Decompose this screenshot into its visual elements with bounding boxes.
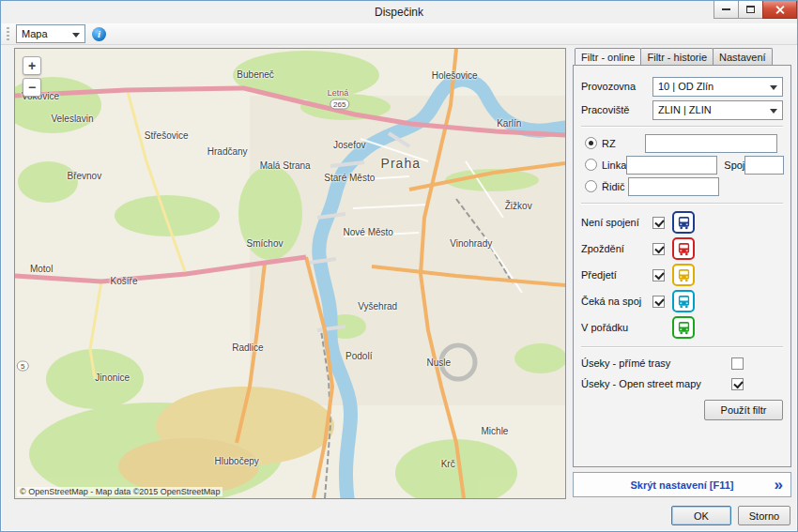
ok-button[interactable]: OK xyxy=(671,506,731,525)
status-row-predjeti: Předjetí xyxy=(581,262,783,288)
tab-nastaveni[interactable]: Nastavení xyxy=(713,48,773,65)
rz-label: RZ xyxy=(602,138,645,149)
useky-osm-checkbox[interactable] xyxy=(731,378,744,390)
predjeti-label: Předjetí xyxy=(581,269,652,281)
predjeti-checkbox[interactable] xyxy=(652,269,665,281)
linka-label: Linka xyxy=(602,160,626,171)
status-row-neni-spojeni: Není spojení xyxy=(581,209,783,236)
toolbar-grip[interactable] xyxy=(7,27,9,41)
map-zoom-control: + − xyxy=(23,56,41,97)
tab-strip: Filtr - online Filtr - historie Nastaven… xyxy=(573,48,791,65)
map[interactable]: BubenečHolešoviceVokoviceVeleslavinKarlí… xyxy=(14,48,566,499)
ridic-radio[interactable] xyxy=(585,180,597,192)
dialog-footer: OK Storno xyxy=(671,506,790,525)
neni-spojeni-checkbox[interactable] xyxy=(652,217,665,229)
filter-panel: Filtr - online Filtr - historie Nastaven… xyxy=(573,48,791,499)
separator xyxy=(581,346,783,347)
ridic-input[interactable] xyxy=(628,177,719,196)
tab-filtr-online[interactable]: Filtr - online xyxy=(575,48,641,65)
separator xyxy=(581,203,783,204)
bus-status-icon-zpozdeni xyxy=(672,237,695,260)
linka-input[interactable] xyxy=(626,156,717,175)
provozovna-label: Provozovna xyxy=(581,81,652,92)
ridic-row: Řidič xyxy=(581,175,783,197)
useky-prime-trasy-row: Úseky - přímé trasy xyxy=(581,353,783,373)
useky-prime-trasy-label: Úseky - přímé trasy xyxy=(581,357,670,369)
ceka-na-spoj-checkbox[interactable] xyxy=(652,296,665,308)
useky-prime-trasy-checkbox[interactable] xyxy=(731,357,744,370)
maximize-button[interactable] xyxy=(738,1,763,19)
apply-row: Použít filtr xyxy=(581,400,783,420)
window-controls xyxy=(714,1,797,19)
useky-osm-label: Úseky - Open street mapy xyxy=(581,378,701,389)
status-row-v-poradku: V pořádku xyxy=(581,314,783,341)
titlebar[interactable]: Dispečink xyxy=(1,1,797,23)
info-glyph: i xyxy=(98,28,100,39)
close-icon xyxy=(775,5,785,15)
bus-status-icon-predjeti xyxy=(672,264,695,286)
ridic-label: Řidič xyxy=(602,181,628,192)
ceka-na-spoj-label: Čeká na spoj xyxy=(581,296,652,307)
v-poradku-label: V pořádku xyxy=(581,322,652,333)
provozovna-value: 10 | OD Zlín xyxy=(658,81,714,92)
rz-radio[interactable] xyxy=(585,137,597,149)
tab-page-filtr-online: Provozovna 10 | OD Zlín Pracoviště ZLIN … xyxy=(573,65,791,467)
bus-status-icon-v-poradku xyxy=(672,316,695,339)
zpozdeni-checkbox[interactable] xyxy=(652,243,665,255)
toolbar: Mapa i xyxy=(1,23,797,45)
maximize-icon xyxy=(746,6,755,13)
pracoviste-combobox[interactable]: ZLIN | ZLIN xyxy=(652,100,783,120)
minimize-icon xyxy=(722,8,730,10)
separator xyxy=(581,126,783,127)
bus-status-icon-ceka-na-spoj xyxy=(672,290,695,312)
map-attribution: © OpenStreetMap - Map data ©2015 OpenStr… xyxy=(17,487,223,496)
map-type-combobox[interactable]: Mapa xyxy=(16,24,85,43)
linka-radio[interactable] xyxy=(585,159,597,171)
hide-settings-bar[interactable]: Skrýt nastavení [F11] » xyxy=(573,472,791,497)
spoj-label: Spoj xyxy=(724,160,744,171)
app-window: Dispečink Mapa i xyxy=(0,0,798,532)
rz-input[interactable] xyxy=(645,134,777,153)
zoom-out-button[interactable]: − xyxy=(23,78,41,97)
pracoviste-value: ZLIN | ZLIN xyxy=(658,104,712,115)
hide-settings-label[interactable]: Skrýt nastavení [F11] xyxy=(630,479,733,491)
useky-osm-row: Úseky - Open street mapy xyxy=(581,373,783,394)
linka-row: Linka Spoj xyxy=(581,154,783,175)
zoom-in-button[interactable]: + xyxy=(23,56,41,75)
info-icon[interactable]: i xyxy=(92,27,106,41)
provozovna-combobox[interactable]: 10 | OD Zlín xyxy=(652,77,783,97)
rz-row: RZ xyxy=(581,132,783,154)
status-row-zpozdeni: Zpoždění xyxy=(581,236,783,262)
bus-status-icon-neni-spojeni xyxy=(672,211,695,234)
neni-spojeni-label: Není spojení xyxy=(581,217,652,228)
apply-filter-button[interactable]: Použít filtr xyxy=(704,400,783,420)
storno-button[interactable]: Storno xyxy=(738,506,790,525)
map-canvas xyxy=(15,49,565,498)
zpozdeni-label: Zpoždění xyxy=(581,243,652,254)
map-type-value: Mapa xyxy=(22,28,48,39)
status-row-ceka-na-spoj: Čeká na spoj xyxy=(581,288,783,314)
spoj-input[interactable] xyxy=(744,156,784,175)
window-title: Dispečink xyxy=(375,6,423,19)
minimize-button[interactable] xyxy=(714,1,739,19)
close-button[interactable] xyxy=(762,1,797,19)
tab-filtr-historie[interactable]: Filtr - historie xyxy=(640,48,714,65)
provozovna-row: Provozovna 10 | OD Zlín xyxy=(581,76,783,97)
double-chevron-icon[interactable]: » xyxy=(775,477,783,494)
pracoviste-label: Pracoviště xyxy=(581,104,652,115)
pracoviste-row: Pracoviště ZLIN | ZLIN xyxy=(581,99,783,120)
